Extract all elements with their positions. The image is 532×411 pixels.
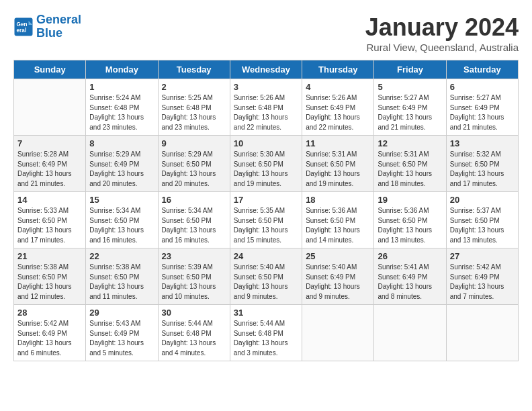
day-number: 23 [162, 251, 226, 261]
title-area: January 2024 Rural View, Queensland, Aus… [365, 13, 519, 53]
logo-icon: Gen eral [13, 17, 34, 37]
day-number: 8 [89, 138, 154, 148]
calendar-cell: 6Sunrise: 5:27 AM Sunset: 6:49 PM Daylig… [446, 79, 518, 136]
calendar-cell: 25Sunrise: 5:40 AM Sunset: 6:49 PM Dayli… [302, 248, 374, 305]
day-number: 26 [378, 251, 442, 261]
calendar-cell: 24Sunrise: 5:40 AM Sunset: 6:50 PM Dayli… [230, 248, 302, 305]
calendar-cell: 2Sunrise: 5:25 AM Sunset: 6:48 PM Daylig… [158, 79, 230, 136]
logo: Gen eral General Blue [13, 13, 81, 40]
day-number: 16 [162, 195, 226, 205]
day-number: 14 [17, 195, 82, 205]
day-info: Sunrise: 5:37 AM Sunset: 6:50 PM Dayligh… [450, 206, 515, 245]
calendar-cell: 30Sunrise: 5:44 AM Sunset: 6:48 PM Dayli… [158, 305, 230, 361]
day-number: 13 [450, 138, 515, 148]
svg-text:Gen: Gen [17, 21, 28, 27]
day-number: 18 [306, 195, 370, 205]
day-number: 4 [306, 82, 370, 92]
day-info: Sunrise: 5:25 AM Sunset: 6:48 PM Dayligh… [162, 93, 226, 132]
day-info: Sunrise: 5:27 AM Sunset: 6:49 PM Dayligh… [378, 93, 442, 132]
day-number: 6 [450, 82, 515, 92]
day-info: Sunrise: 5:38 AM Sunset: 6:50 PM Dayligh… [17, 263, 82, 302]
day-info: Sunrise: 5:40 AM Sunset: 6:50 PM Dayligh… [234, 263, 298, 302]
day-number: 12 [378, 138, 442, 148]
day-header-thursday: Thursday [302, 60, 374, 79]
day-info: Sunrise: 5:43 AM Sunset: 6:49 PM Dayligh… [89, 319, 154, 358]
day-number: 31 [234, 308, 298, 318]
calendar-cell: 16Sunrise: 5:34 AM Sunset: 6:50 PM Dayli… [158, 192, 230, 248]
calendar-cell: 4Sunrise: 5:26 AM Sunset: 6:49 PM Daylig… [302, 79, 374, 136]
day-info: Sunrise: 5:42 AM Sunset: 6:49 PM Dayligh… [450, 263, 515, 302]
day-info: Sunrise: 5:44 AM Sunset: 6:48 PM Dayligh… [234, 319, 298, 358]
calendar-cell: 10Sunrise: 5:30 AM Sunset: 6:50 PM Dayli… [230, 136, 302, 192]
day-header-saturday: Saturday [446, 60, 518, 79]
calendar-cell [302, 305, 374, 361]
day-info: Sunrise: 5:28 AM Sunset: 6:49 PM Dayligh… [17, 150, 82, 189]
day-info: Sunrise: 5:38 AM Sunset: 6:50 PM Dayligh… [89, 263, 154, 302]
day-info: Sunrise: 5:36 AM Sunset: 6:50 PM Dayligh… [378, 206, 442, 245]
days-of-week-row: SundayMondayTuesdayWednesdayThursdayFrid… [14, 60, 519, 79]
day-number: 10 [234, 138, 298, 148]
logo-line2: Blue [36, 26, 62, 40]
day-info: Sunrise: 5:26 AM Sunset: 6:49 PM Dayligh… [306, 93, 370, 132]
calendar-cell: 20Sunrise: 5:37 AM Sunset: 6:50 PM Dayli… [446, 192, 518, 248]
day-number: 11 [306, 138, 370, 148]
day-number: 3 [234, 82, 298, 92]
calendar-cell: 23Sunrise: 5:39 AM Sunset: 6:50 PM Dayli… [158, 248, 230, 305]
calendar-cell: 14Sunrise: 5:33 AM Sunset: 6:50 PM Dayli… [14, 192, 86, 248]
calendar-cell: 12Sunrise: 5:31 AM Sunset: 6:50 PM Dayli… [374, 136, 446, 192]
day-number: 17 [234, 195, 298, 205]
calendar-cell [374, 305, 446, 361]
calendar-cell: 19Sunrise: 5:36 AM Sunset: 6:50 PM Dayli… [374, 192, 446, 248]
calendar-cell: 22Sunrise: 5:38 AM Sunset: 6:50 PM Dayli… [86, 248, 158, 305]
svg-text:eral: eral [17, 27, 27, 33]
day-header-monday: Monday [86, 60, 158, 79]
day-info: Sunrise: 5:30 AM Sunset: 6:50 PM Dayligh… [234, 150, 298, 189]
calendar-cell: 26Sunrise: 5:41 AM Sunset: 6:49 PM Dayli… [374, 248, 446, 305]
day-info: Sunrise: 5:31 AM Sunset: 6:50 PM Dayligh… [378, 150, 442, 189]
calendar-cell: 28Sunrise: 5:42 AM Sunset: 6:49 PM Dayli… [14, 305, 86, 361]
month-year-title: January 2024 [365, 13, 519, 42]
day-number: 21 [17, 251, 82, 261]
day-info: Sunrise: 5:31 AM Sunset: 6:50 PM Dayligh… [306, 150, 370, 189]
day-info: Sunrise: 5:42 AM Sunset: 6:49 PM Dayligh… [17, 319, 82, 358]
header: Gen eral General Blue January 2024 Rural… [13, 13, 519, 53]
calendar-cell: 11Sunrise: 5:31 AM Sunset: 6:50 PM Dayli… [302, 136, 374, 192]
day-number: 29 [89, 308, 154, 318]
day-number: 9 [162, 138, 226, 148]
day-header-friday: Friday [374, 60, 446, 79]
calendar-cell: 15Sunrise: 5:34 AM Sunset: 6:50 PM Dayli… [86, 192, 158, 248]
week-row-5: 28Sunrise: 5:42 AM Sunset: 6:49 PM Dayli… [14, 305, 519, 361]
calendar-cell: 27Sunrise: 5:42 AM Sunset: 6:49 PM Dayli… [446, 248, 518, 305]
calendar-cell: 3Sunrise: 5:26 AM Sunset: 6:48 PM Daylig… [230, 79, 302, 136]
day-number: 28 [17, 308, 82, 318]
day-info: Sunrise: 5:36 AM Sunset: 6:50 PM Dayligh… [306, 206, 370, 245]
location-subtitle: Rural View, Queensland, Australia [365, 42, 519, 53]
week-row-3: 14Sunrise: 5:33 AM Sunset: 6:50 PM Dayli… [14, 192, 519, 248]
day-info: Sunrise: 5:34 AM Sunset: 6:50 PM Dayligh… [162, 206, 226, 245]
day-info: Sunrise: 5:32 AM Sunset: 6:50 PM Dayligh… [450, 150, 515, 189]
day-info: Sunrise: 5:27 AM Sunset: 6:49 PM Dayligh… [450, 93, 515, 132]
day-info: Sunrise: 5:26 AM Sunset: 6:48 PM Dayligh… [234, 93, 298, 132]
week-row-2: 7Sunrise: 5:28 AM Sunset: 6:49 PM Daylig… [14, 136, 519, 192]
day-info: Sunrise: 5:35 AM Sunset: 6:50 PM Dayligh… [234, 206, 298, 245]
calendar-cell: 13Sunrise: 5:32 AM Sunset: 6:50 PM Dayli… [446, 136, 518, 192]
calendar-table: SundayMondayTuesdayWednesdayThursdayFrid… [13, 60, 519, 361]
calendar-cell: 21Sunrise: 5:38 AM Sunset: 6:50 PM Dayli… [14, 248, 86, 305]
calendar-cell: 1Sunrise: 5:24 AM Sunset: 6:48 PM Daylig… [86, 79, 158, 136]
day-info: Sunrise: 5:41 AM Sunset: 6:49 PM Dayligh… [378, 263, 442, 302]
calendar-cell: 5Sunrise: 5:27 AM Sunset: 6:49 PM Daylig… [374, 79, 446, 136]
day-number: 22 [89, 251, 154, 261]
calendar-cell: 7Sunrise: 5:28 AM Sunset: 6:49 PM Daylig… [14, 136, 86, 192]
day-info: Sunrise: 5:39 AM Sunset: 6:50 PM Dayligh… [162, 263, 226, 302]
day-header-tuesday: Tuesday [158, 60, 230, 79]
day-info: Sunrise: 5:34 AM Sunset: 6:50 PM Dayligh… [89, 206, 154, 245]
day-info: Sunrise: 5:33 AM Sunset: 6:50 PM Dayligh… [17, 206, 82, 245]
day-number: 20 [450, 195, 515, 205]
day-info: Sunrise: 5:44 AM Sunset: 6:48 PM Dayligh… [162, 319, 226, 358]
calendar-cell: 17Sunrise: 5:35 AM Sunset: 6:50 PM Dayli… [230, 192, 302, 248]
calendar-cell [446, 305, 518, 361]
day-info: Sunrise: 5:29 AM Sunset: 6:50 PM Dayligh… [162, 150, 226, 189]
day-number: 15 [89, 195, 154, 205]
calendar-cell: 31Sunrise: 5:44 AM Sunset: 6:48 PM Dayli… [230, 305, 302, 361]
day-number: 25 [306, 251, 370, 261]
